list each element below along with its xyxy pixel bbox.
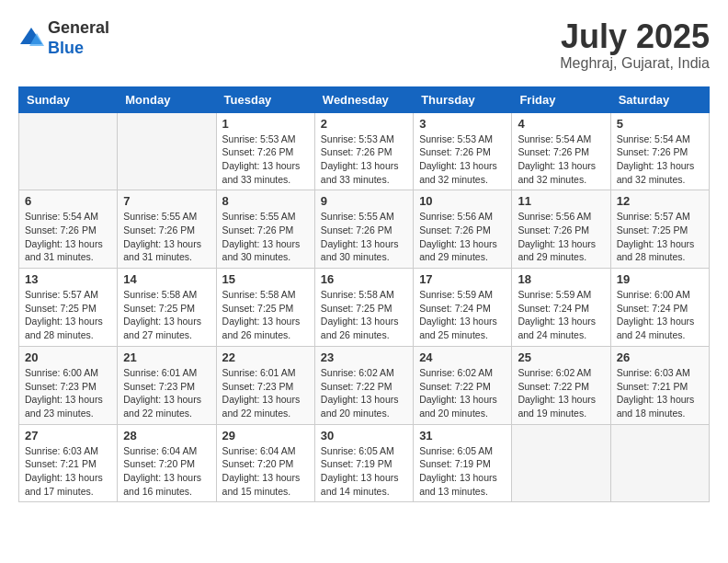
day-info: Sunrise: 6:01 AM Sunset: 7:23 PM Dayligh… bbox=[123, 366, 210, 420]
day-info: Sunrise: 5:54 AM Sunset: 7:26 PM Dayligh… bbox=[617, 132, 703, 187]
calendar-day-header: Sunday bbox=[19, 86, 118, 112]
calendar-cell: 2Sunrise: 5:53 AM Sunset: 7:26 PM Daylig… bbox=[314, 112, 413, 190]
day-number: 10 bbox=[419, 194, 506, 208]
day-info: Sunrise: 6:02 AM Sunset: 7:22 PM Dayligh… bbox=[321, 366, 407, 420]
day-number: 14 bbox=[123, 272, 210, 286]
logo-icon bbox=[18, 26, 44, 52]
calendar-cell: 6Sunrise: 5:54 AM Sunset: 7:26 PM Daylig… bbox=[19, 190, 118, 269]
calendar-cell: 13Sunrise: 5:57 AM Sunset: 7:25 PM Dayli… bbox=[19, 269, 118, 347]
day-number: 9 bbox=[321, 194, 407, 208]
calendar-cell: 14Sunrise: 5:58 AM Sunset: 7:25 PM Dayli… bbox=[118, 269, 216, 347]
calendar-cell: 23Sunrise: 6:02 AM Sunset: 7:22 PM Dayli… bbox=[314, 346, 413, 424]
calendar-cell: 5Sunrise: 5:54 AM Sunset: 7:26 PM Daylig… bbox=[610, 112, 709, 190]
calendar-cell: 4Sunrise: 5:54 AM Sunset: 7:26 PM Daylig… bbox=[512, 112, 610, 190]
title-section: July 2025 Meghraj, Gujarat, India bbox=[560, 18, 710, 72]
day-number: 15 bbox=[222, 272, 309, 286]
calendar-cell: 15Sunrise: 5:58 AM Sunset: 7:25 PM Dayli… bbox=[216, 269, 314, 347]
logo-blue-text: Blue bbox=[48, 39, 84, 57]
day-number: 3 bbox=[419, 117, 506, 131]
day-info: Sunrise: 6:04 AM Sunset: 7:20 PM Dayligh… bbox=[222, 444, 309, 499]
day-number: 16 bbox=[321, 272, 407, 286]
day-info: Sunrise: 5:59 AM Sunset: 7:24 PM Dayligh… bbox=[518, 288, 604, 342]
calendar-cell: 11Sunrise: 5:56 AM Sunset: 7:26 PM Dayli… bbox=[512, 190, 610, 269]
day-info: Sunrise: 5:58 AM Sunset: 7:25 PM Dayligh… bbox=[222, 288, 309, 342]
day-number: 7 bbox=[123, 194, 210, 208]
day-number: 23 bbox=[321, 350, 407, 364]
calendar-cell: 24Sunrise: 6:02 AM Sunset: 7:22 PM Dayli… bbox=[414, 346, 512, 424]
day-info: Sunrise: 6:01 AM Sunset: 7:23 PM Dayligh… bbox=[222, 366, 309, 420]
calendar-cell: 17Sunrise: 5:59 AM Sunset: 7:24 PM Dayli… bbox=[414, 269, 512, 347]
day-number: 5 bbox=[617, 117, 703, 131]
calendar-cell bbox=[512, 424, 610, 502]
day-number: 12 bbox=[617, 194, 703, 208]
calendar-day-header: Friday bbox=[512, 86, 610, 112]
day-info: Sunrise: 6:02 AM Sunset: 7:22 PM Dayligh… bbox=[518, 366, 604, 420]
day-number: 25 bbox=[518, 350, 604, 364]
calendar-day-header: Wednesday bbox=[314, 86, 413, 112]
day-info: Sunrise: 6:02 AM Sunset: 7:22 PM Dayligh… bbox=[419, 366, 506, 420]
calendar-day-header: Thursday bbox=[414, 86, 512, 112]
calendar-week-row: 27Sunrise: 6:03 AM Sunset: 7:21 PM Dayli… bbox=[19, 424, 710, 502]
calendar-cell: 3Sunrise: 5:53 AM Sunset: 7:26 PM Daylig… bbox=[414, 112, 512, 190]
calendar-cell: 12Sunrise: 5:57 AM Sunset: 7:25 PM Dayli… bbox=[610, 190, 709, 269]
day-number: 20 bbox=[25, 350, 111, 364]
day-number: 19 bbox=[617, 272, 703, 286]
logo: General Blue bbox=[18, 18, 109, 58]
day-number: 18 bbox=[518, 272, 604, 286]
logo-general-text: General bbox=[48, 18, 109, 37]
day-number: 13 bbox=[25, 272, 111, 286]
calendar-cell bbox=[610, 424, 709, 502]
calendar-cell: 16Sunrise: 5:58 AM Sunset: 7:25 PM Dayli… bbox=[314, 269, 413, 347]
calendar-cell: 29Sunrise: 6:04 AM Sunset: 7:20 PM Dayli… bbox=[216, 424, 314, 502]
calendar-cell: 10Sunrise: 5:56 AM Sunset: 7:26 PM Dayli… bbox=[414, 190, 512, 269]
calendar-cell: 22Sunrise: 6:01 AM Sunset: 7:23 PM Dayli… bbox=[216, 346, 314, 424]
calendar-cell: 9Sunrise: 5:55 AM Sunset: 7:26 PM Daylig… bbox=[314, 190, 413, 269]
page-header: General Blue July 2025 Meghraj, Gujarat,… bbox=[18, 18, 710, 72]
day-info: Sunrise: 5:55 AM Sunset: 7:26 PM Dayligh… bbox=[123, 210, 210, 264]
month-title: July 2025 bbox=[560, 18, 710, 55]
day-info: Sunrise: 5:55 AM Sunset: 7:26 PM Dayligh… bbox=[321, 210, 407, 264]
day-info: Sunrise: 5:55 AM Sunset: 7:26 PM Dayligh… bbox=[222, 210, 309, 264]
day-number: 27 bbox=[25, 429, 111, 442]
day-info: Sunrise: 5:56 AM Sunset: 7:26 PM Dayligh… bbox=[419, 210, 506, 264]
calendar-day-header: Tuesday bbox=[216, 86, 314, 112]
day-number: 30 bbox=[321, 429, 407, 442]
day-number: 8 bbox=[222, 194, 309, 208]
calendar-cell: 27Sunrise: 6:03 AM Sunset: 7:21 PM Dayli… bbox=[19, 424, 118, 502]
day-info: Sunrise: 5:53 AM Sunset: 7:26 PM Dayligh… bbox=[222, 132, 309, 187]
calendar-cell bbox=[19, 112, 118, 190]
day-number: 22 bbox=[222, 350, 309, 364]
calendar-cell: 26Sunrise: 6:03 AM Sunset: 7:21 PM Dayli… bbox=[610, 346, 709, 424]
day-info: Sunrise: 6:00 AM Sunset: 7:23 PM Dayligh… bbox=[25, 366, 111, 420]
calendar-cell: 1Sunrise: 5:53 AM Sunset: 7:26 PM Daylig… bbox=[216, 112, 314, 190]
day-number: 24 bbox=[419, 350, 506, 364]
day-info: Sunrise: 5:54 AM Sunset: 7:26 PM Dayligh… bbox=[25, 210, 111, 264]
calendar-day-header: Monday bbox=[118, 86, 216, 112]
calendar-cell: 7Sunrise: 5:55 AM Sunset: 7:26 PM Daylig… bbox=[118, 190, 216, 269]
day-number: 29 bbox=[222, 429, 309, 442]
day-number: 17 bbox=[419, 272, 506, 286]
calendar-cell: 18Sunrise: 5:59 AM Sunset: 7:24 PM Dayli… bbox=[512, 269, 610, 347]
day-number: 21 bbox=[123, 350, 210, 364]
calendar-header-row: SundayMondayTuesdayWednesdayThursdayFrid… bbox=[19, 86, 710, 112]
day-info: Sunrise: 5:53 AM Sunset: 7:26 PM Dayligh… bbox=[419, 132, 506, 187]
calendar-week-row: 1Sunrise: 5:53 AM Sunset: 7:26 PM Daylig… bbox=[19, 112, 710, 190]
day-info: Sunrise: 6:05 AM Sunset: 7:19 PM Dayligh… bbox=[419, 444, 506, 499]
day-number: 6 bbox=[25, 194, 111, 208]
calendar-cell: 28Sunrise: 6:04 AM Sunset: 7:20 PM Dayli… bbox=[118, 424, 216, 502]
calendar-table: SundayMondayTuesdayWednesdayThursdayFrid… bbox=[18, 86, 710, 503]
calendar-cell: 8Sunrise: 5:55 AM Sunset: 7:26 PM Daylig… bbox=[216, 190, 314, 269]
day-info: Sunrise: 5:59 AM Sunset: 7:24 PM Dayligh… bbox=[419, 288, 506, 342]
calendar-cell: 30Sunrise: 6:05 AM Sunset: 7:19 PM Dayli… bbox=[314, 424, 413, 502]
calendar-week-row: 13Sunrise: 5:57 AM Sunset: 7:25 PM Dayli… bbox=[19, 269, 710, 347]
calendar-cell: 21Sunrise: 6:01 AM Sunset: 7:23 PM Dayli… bbox=[118, 346, 216, 424]
calendar-day-header: Saturday bbox=[610, 86, 709, 112]
day-info: Sunrise: 6:04 AM Sunset: 7:20 PM Dayligh… bbox=[123, 444, 210, 499]
day-number: 1 bbox=[222, 117, 309, 131]
calendar-cell: 20Sunrise: 6:00 AM Sunset: 7:23 PM Dayli… bbox=[19, 346, 118, 424]
calendar-cell: 25Sunrise: 6:02 AM Sunset: 7:22 PM Dayli… bbox=[512, 346, 610, 424]
day-info: Sunrise: 5:57 AM Sunset: 7:25 PM Dayligh… bbox=[25, 288, 111, 342]
day-number: 11 bbox=[518, 194, 604, 208]
day-info: Sunrise: 6:03 AM Sunset: 7:21 PM Dayligh… bbox=[25, 444, 111, 499]
day-info: Sunrise: 5:56 AM Sunset: 7:26 PM Dayligh… bbox=[518, 210, 604, 264]
